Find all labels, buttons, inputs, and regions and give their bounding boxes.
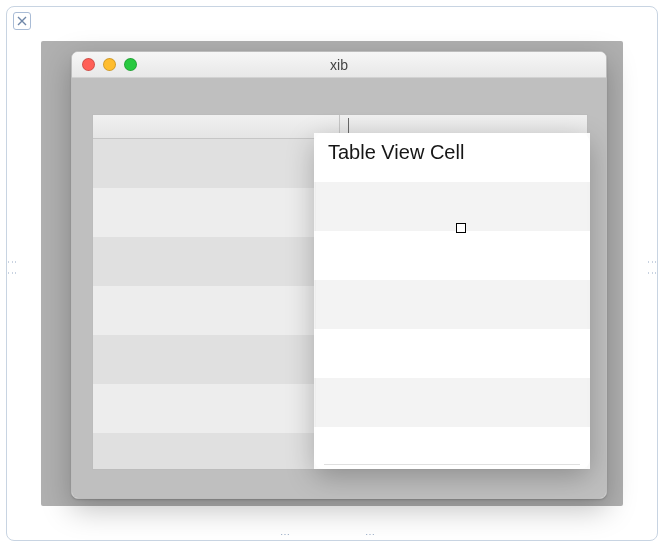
selection-overlay[interactable]: Table View Cell bbox=[314, 133, 590, 469]
overlay-cell-label[interactable]: Table View Cell bbox=[328, 141, 464, 164]
overlay-row bbox=[314, 378, 590, 427]
ib-canvas[interactable]: close minimize zoom xib Table View Cell … bbox=[41, 41, 623, 506]
close-icon bbox=[17, 16, 27, 26]
window-content: Table View Cell Table View Cell bbox=[72, 78, 606, 498]
mac-window[interactable]: close minimize zoom xib Table View Cell … bbox=[71, 51, 607, 499]
overlay-row bbox=[314, 231, 590, 280]
overlay-row bbox=[314, 329, 590, 378]
resize-handle-bottom-a[interactable]: ⋯ bbox=[280, 532, 291, 538]
overlay-row bbox=[314, 280, 590, 329]
traffic-lights: close minimize zoom bbox=[82, 58, 137, 71]
window-title: xib bbox=[330, 57, 348, 73]
resize-handle-bottom-b[interactable]: ⋯ bbox=[365, 532, 376, 538]
selection-handle[interactable] bbox=[456, 223, 466, 233]
editor-outer-frame: Close ⋮⋮ ⋮⋮ ⋯ ⋯ close minimize zoom xib bbox=[6, 6, 658, 541]
overlay-row bbox=[314, 427, 590, 469]
window-titlebar[interactable]: close minimize zoom xib bbox=[72, 52, 606, 78]
overlay-row bbox=[314, 182, 590, 231]
resize-handle-left[interactable]: ⋮⋮ bbox=[9, 257, 15, 279]
outer-close-button[interactable]: Close bbox=[13, 12, 31, 30]
window-zoom-button[interactable]: zoom bbox=[124, 58, 137, 71]
resize-handle-right[interactable]: ⋮⋮ bbox=[649, 257, 655, 279]
window-minimize-button[interactable]: minimize bbox=[103, 58, 116, 71]
window-close-button[interactable]: close bbox=[82, 58, 95, 71]
overlay-bottom-border bbox=[324, 464, 580, 465]
